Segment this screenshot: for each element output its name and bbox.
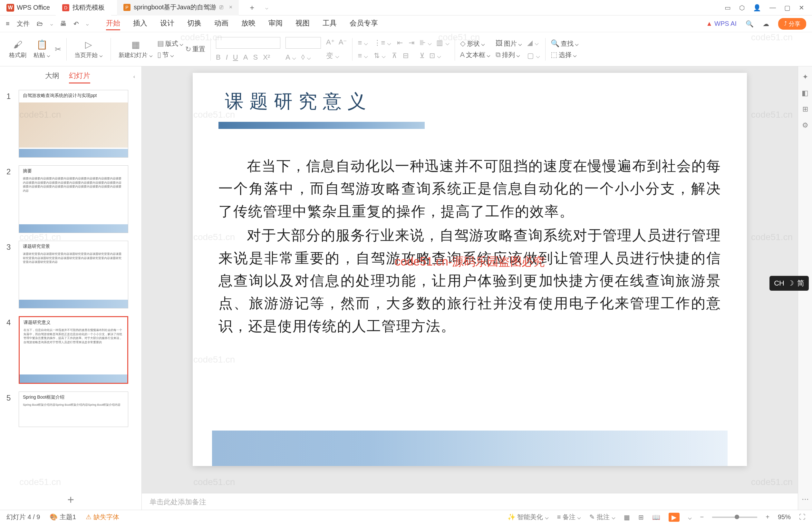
view-reading-icon[interactable]: 📖	[652, 513, 660, 521]
close-window-button[interactable]: ✕	[799, 4, 804, 12]
tab-tools[interactable]: 工具	[322, 17, 337, 30]
tool-ai-icon[interactable]: ✦	[802, 73, 808, 81]
slide-thumbnail-2[interactable]: 摘要 摘要内容摘要内容摘要内容摘要内容摘要内容摘要内容摘要内容摘要内容摘要内容摘…	[19, 165, 128, 233]
tool-anim-icon[interactable]: ⊞	[802, 105, 808, 113]
thumbnail-item[interactable]: 2 摘要 摘要内容摘要内容摘要内容摘要内容摘要内容摘要内容摘要内容摘要内容摘要内…	[6, 165, 135, 233]
app-logo[interactable]: W WPS Office	[6, 4, 50, 12]
tab-home[interactable]: 开始	[106, 17, 120, 30]
distribute-button[interactable]: ⊡ ⌵	[429, 52, 441, 60]
missing-font-warning[interactable]: ⚠ 缺失字体	[86, 513, 119, 521]
bullets-button[interactable]: ≡ ⌵	[358, 39, 368, 47]
slideshow-dropdown[interactable]: ⌵	[688, 513, 692, 521]
thumbnails-list[interactable]: 1 自驾游攻略查询系统的设计与实现ppt 2 摘要 摘要内容摘要内容摘要内容摘要…	[0, 87, 142, 490]
thumbnail-item[interactable]: 1 自驾游攻略查询系统的设计与实现ppt	[6, 90, 135, 158]
slide-canvas[interactable]: 课题研究意义 在当下，信息自动化以一种迅速并不可阻挡的速度在慢慢遍布到社会的每一…	[193, 73, 747, 466]
tab-member[interactable]: 会员专享	[350, 17, 378, 30]
italic-button[interactable]: I	[226, 53, 228, 62]
paste-button[interactable]: 📋粘贴 ⌵	[31, 39, 53, 59]
minimize-button[interactable]: —	[769, 4, 776, 11]
outline-tab[interactable]: 大纲	[45, 71, 59, 83]
slide-title[interactable]: 课题研究意义	[225, 89, 721, 114]
highlight-button[interactable]: A	[243, 53, 248, 62]
tab-insert[interactable]: 插入	[133, 17, 147, 30]
fill-button[interactable]: ◢ ⌵	[527, 39, 540, 47]
smart-beautify-button[interactable]: ✨ 智能美化 ⌵	[508, 513, 549, 521]
zoom-in-button[interactable]: +	[766, 513, 769, 521]
tab-transition[interactable]: 切换	[187, 17, 201, 30]
collapse-panel-icon[interactable]: ‹	[127, 69, 142, 84]
tool-settings-icon[interactable]: ⚙	[802, 121, 809, 130]
reset-button[interactable]: ↻重置	[185, 45, 205, 53]
arrange-button[interactable]: ⧉排列 ⌵	[496, 51, 522, 59]
slide-thumbnail-4[interactable]: 课题研究意义 在当下，信息自动化以一种迅速并不可阻挡的速度在慢慢遍布到社会的每一…	[19, 316, 128, 384]
wps-ai-button[interactable]: ▲WPS AI	[706, 20, 736, 28]
maximize-button[interactable]: ▢	[784, 4, 791, 12]
review-toggle[interactable]: ✎ 批注 ⌵	[589, 513, 615, 521]
indent-right-button[interactable]: ⇥	[409, 39, 414, 47]
shape-button[interactable]: ◇形状 ⌵	[460, 39, 491, 48]
picture-button[interactable]: 🖼图片 ⌵	[496, 39, 522, 48]
textbox-button[interactable]: A文本框 ⌵	[460, 51, 491, 59]
notes-input[interactable]: 单击此处添加备注	[142, 493, 798, 510]
tab-animation[interactable]: 动画	[214, 17, 229, 30]
new-tab-button[interactable]: +	[245, 3, 260, 12]
open-dropdown[interactable]: ⌵	[50, 21, 53, 27]
thumbnail-item[interactable]: 3 课题研究背景 课题研究背景内容课题研究背景内容课题研究背景内容课题研究背景内…	[6, 241, 135, 308]
view-normal-icon[interactable]: ▦	[624, 513, 630, 521]
align-bottom-button[interactable]: ⊻	[419, 52, 425, 60]
line-spacing-button[interactable]: ⇅ ⌵	[374, 52, 386, 60]
tab-design[interactable]: 设计	[160, 17, 174, 30]
menu-icon[interactable]: ≡	[6, 20, 10, 28]
cube-icon[interactable]: ⬡	[739, 4, 745, 12]
share-button[interactable]: ⤴ 分享	[778, 18, 806, 30]
align-middle-button[interactable]: ⊟	[403, 52, 409, 60]
superscript-button[interactable]: X²	[263, 53, 270, 62]
slide-thumbnail-3[interactable]: 课题研究背景 课题研究背景内容课题研究背景内容课题研究背景内容课题研究背景内容课…	[19, 241, 128, 308]
notes-toggle[interactable]: ≡ 备注 ⌵	[557, 513, 581, 521]
tab-template[interactable]: D 找稻壳模板	[56, 0, 111, 15]
slide-thumbnail-1[interactable]: 自驾游攻略查询系统的设计与实现ppt	[19, 90, 128, 158]
theme-indicator[interactable]: 🎨 主题1	[50, 513, 76, 521]
section-button[interactable]: ▯节 ⌵	[157, 51, 183, 59]
numbering-button[interactable]: ⋮≡ ⌵	[374, 39, 391, 47]
print-icon[interactable]: 🖶	[60, 20, 66, 28]
thumbnail-item[interactable]: 4 课题研究意义 在当下，信息自动化以一种迅速并不可阻挡的速度在慢慢遍布到社会的…	[6, 316, 135, 384]
search-icon[interactable]: 🔍	[746, 20, 754, 28]
tab-slideshow[interactable]: 放映	[241, 17, 255, 30]
slideshow-button[interactable]: ▶	[668, 513, 680, 522]
bold-button[interactable]: B	[216, 53, 221, 62]
tab-menu-dropdown[interactable]: ⌵	[265, 4, 268, 11]
increase-font-button[interactable]: A⁺	[326, 38, 335, 46]
indent-left-button[interactable]: ⇤	[397, 39, 403, 47]
zoom-slider[interactable]	[712, 517, 757, 518]
align-top-button[interactable]: ⊼	[392, 52, 397, 60]
strike-button[interactable]: S	[253, 53, 258, 62]
select-button[interactable]: ⬚选择 ⌵	[551, 51, 579, 59]
new-slide-button[interactable]: ▦新建幻灯片 ⌵	[116, 39, 155, 59]
clear-format-button[interactable]: ◊ ⌵	[301, 53, 311, 62]
text-effects-button[interactable]: 变 ⌵	[326, 51, 339, 61]
open-icon[interactable]: 🗁	[37, 20, 43, 28]
outline-button[interactable]: ▢ ⌵	[527, 52, 540, 60]
tab-current-document[interactable]: P springboot基于Java的自驾游 ⎚ ×	[117, 0, 239, 15]
zoom-level[interactable]: 95%	[778, 513, 791, 521]
fit-window-button[interactable]: ⛶	[799, 513, 806, 521]
format-painter-button[interactable]: 🖌格式刷	[6, 39, 29, 59]
align-button[interactable]: ≡ ⌵	[358, 52, 368, 60]
layout-button[interactable]: ▤版式 ⌵	[157, 39, 183, 48]
tab-view[interactable]: 视图	[296, 17, 310, 30]
grid-icon[interactable]: ▭	[725, 4, 731, 12]
font-color-button[interactable]: A ⌵	[285, 53, 296, 62]
file-menu[interactable]: 文件	[17, 19, 30, 28]
zoom-out-button[interactable]: −	[700, 513, 704, 521]
tool-more-icon[interactable]: ⋯	[802, 495, 809, 503]
slide-thumbnail-5[interactable]: Spring Boot框架介绍 Spring Boot框架介绍内容Spring …	[19, 392, 128, 427]
decrease-font-button[interactable]: A⁻	[339, 38, 347, 46]
underline-button[interactable]: U	[233, 53, 238, 62]
close-icon[interactable]: ×	[229, 4, 233, 11]
cut-icon[interactable]: ✂	[55, 45, 61, 54]
tool-style-icon[interactable]: ◧	[802, 89, 809, 97]
tab-review[interactable]: 审阅	[268, 17, 283, 30]
columns-button[interactable]: ▥ ⌵	[436, 39, 449, 47]
find-button[interactable]: 🔍查找 ⌵	[551, 39, 579, 48]
